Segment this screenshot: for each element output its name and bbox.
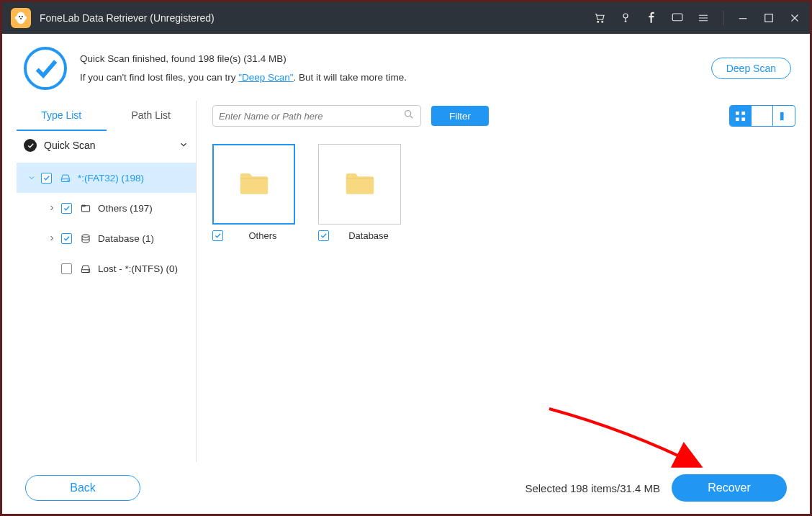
svg-point-1 bbox=[22, 16, 23, 17]
svg-point-14 bbox=[88, 271, 89, 271]
scan-status-header: Quick Scan finished, found 198 file(s) (… bbox=[2, 34, 810, 100]
tile-caption: Database bbox=[318, 230, 401, 241]
svg-rect-19 bbox=[741, 117, 745, 121]
view-detail-icon[interactable] bbox=[773, 106, 795, 126]
tile-thumb[interactable] bbox=[212, 144, 295, 225]
section-quick-scan[interactable]: Quick Scan bbox=[17, 131, 196, 160]
tree-label: *:(FAT32) (198) bbox=[78, 173, 144, 184]
tile-label: Others bbox=[230, 230, 295, 241]
checkbox[interactable] bbox=[41, 173, 52, 184]
deep-scan-link[interactable]: "Deep Scan" bbox=[238, 72, 293, 83]
checkbox[interactable] bbox=[318, 230, 329, 241]
checkbox[interactable] bbox=[61, 203, 72, 214]
tree: *:(FAT32) (198) Others (197) Database (1… bbox=[17, 160, 196, 284]
svg-rect-20 bbox=[780, 112, 783, 119]
content-toolbar: Filter bbox=[212, 101, 795, 131]
tree-label: Others (197) bbox=[98, 203, 153, 214]
status-line2: If you can't find lost files, you can tr… bbox=[80, 68, 407, 87]
chevron-right-icon bbox=[47, 204, 57, 212]
titlebar-separator bbox=[723, 11, 723, 25]
main-area: Type List Path List Quick Scan *:(FAT32)… bbox=[2, 100, 810, 481]
back-button[interactable]: Back bbox=[25, 475, 140, 501]
tree-label: Lost - *:(NTFS) (0) bbox=[98, 263, 178, 274]
folder-icon bbox=[78, 203, 94, 214]
deep-scan-button[interactable]: Deep Scan bbox=[711, 58, 791, 79]
tree-label: Database (1) bbox=[98, 233, 154, 244]
search-input-wrap[interactable] bbox=[212, 105, 421, 127]
menu-icon[interactable] bbox=[695, 10, 711, 26]
maximize-icon[interactable] bbox=[761, 10, 777, 26]
titlebar-actions bbox=[592, 10, 803, 26]
tile-thumb[interactable] bbox=[318, 144, 401, 225]
minimize-icon[interactable] bbox=[735, 10, 751, 26]
checkbox[interactable] bbox=[61, 233, 72, 244]
footer: Back Selected 198 items/31.4 MB Recover bbox=[2, 462, 810, 514]
tile-label: Database bbox=[336, 230, 401, 241]
status-text: Quick Scan finished, found 198 file(s) (… bbox=[80, 50, 407, 86]
selected-count-text: Selected 198 items/31.4 MB bbox=[525, 482, 660, 494]
tile-database[interactable]: Database bbox=[318, 144, 401, 241]
app-logo bbox=[11, 8, 31, 28]
drive-icon bbox=[58, 173, 73, 184]
check-dot-icon bbox=[24, 139, 37, 152]
chevron-down-icon bbox=[27, 173, 37, 182]
facebook-icon[interactable] bbox=[644, 10, 659, 26]
titlebar: FoneLab Data Retriever (Unregistered) bbox=[2, 2, 810, 34]
svg-point-0 bbox=[19, 16, 20, 17]
recover-button[interactable]: Recover bbox=[672, 474, 787, 502]
folder-icon bbox=[239, 169, 269, 199]
search-icon[interactable] bbox=[403, 109, 415, 123]
svg-point-2 bbox=[20, 18, 22, 19]
search-input[interactable] bbox=[219, 111, 403, 122]
content-area: Filter Others bbox=[197, 101, 795, 481]
tree-node-others[interactable]: Others (197) bbox=[17, 193, 196, 223]
folder-icon bbox=[345, 169, 375, 199]
view-list-icon[interactable] bbox=[752, 106, 773, 126]
filter-button[interactable]: Filter bbox=[431, 106, 489, 126]
drive-icon bbox=[78, 263, 94, 274]
section-label: Quick Scan bbox=[44, 140, 96, 151]
view-mode-buttons bbox=[729, 105, 795, 127]
key-icon[interactable] bbox=[618, 10, 633, 26]
chevron-right-icon bbox=[47, 234, 57, 243]
database-icon bbox=[78, 233, 94, 244]
svg-point-4 bbox=[602, 21, 603, 22]
tab-path-list[interactable]: Path List bbox=[107, 101, 197, 131]
cart-icon[interactable] bbox=[592, 10, 608, 26]
tree-node-lost-ntfs[interactable]: Lost - *:(NTFS) (0) bbox=[17, 253, 196, 284]
svg-rect-7 bbox=[765, 14, 773, 22]
folder-grid: Others Database bbox=[212, 131, 795, 254]
tile-caption: Others bbox=[212, 230, 295, 241]
status-line1: Quick Scan finished, found 198 file(s) (… bbox=[80, 50, 407, 68]
svg-point-12 bbox=[82, 234, 89, 237]
check-complete-icon bbox=[24, 47, 67, 90]
close-icon[interactable] bbox=[787, 10, 803, 26]
sidebar: Type List Path List Quick Scan *:(FAT32)… bbox=[17, 101, 197, 481]
tile-others[interactable]: Others bbox=[212, 144, 295, 241]
svg-point-3 bbox=[597, 21, 599, 22]
view-grid-icon[interactable] bbox=[730, 106, 752, 126]
tree-node-fat32[interactable]: *:(FAT32) (198) bbox=[17, 163, 196, 193]
svg-rect-16 bbox=[736, 111, 739, 114]
svg-point-5 bbox=[623, 14, 628, 18]
svg-point-9 bbox=[68, 180, 68, 181]
svg-rect-17 bbox=[741, 111, 745, 114]
tree-node-database[interactable]: Database (1) bbox=[17, 223, 196, 253]
svg-point-15 bbox=[405, 111, 411, 117]
app-title: FoneLab Data Retriever (Unregistered) bbox=[40, 12, 215, 24]
checkbox[interactable] bbox=[212, 230, 223, 241]
svg-rect-18 bbox=[736, 117, 739, 121]
checkbox[interactable] bbox=[61, 263, 72, 274]
feedback-icon[interactable] bbox=[669, 10, 685, 26]
sidebar-tabs: Type List Path List bbox=[17, 101, 196, 131]
chevron-down-icon bbox=[179, 140, 189, 152]
tab-type-list[interactable]: Type List bbox=[17, 101, 107, 131]
